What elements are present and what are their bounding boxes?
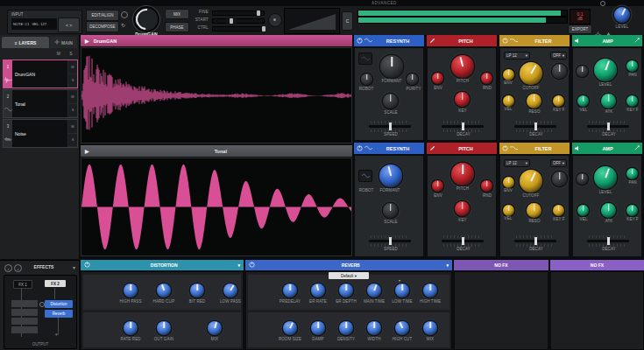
pan-knob[interactable] (626, 168, 638, 179)
scale-knob[interactable] (383, 203, 398, 218)
pitch-rnd-knob[interactable] (481, 73, 492, 84)
power-icon[interactable] (502, 38, 508, 45)
refresh-icon[interactable]: ↻ (121, 23, 125, 28)
errate-knob[interactable] (311, 284, 325, 298)
amp-module-header[interactable]: AMP (572, 143, 642, 154)
export-button[interactable]: EXPORT (568, 24, 592, 34)
power-icon[interactable] (357, 38, 363, 45)
filter-vel-knob[interactable] (503, 95, 514, 107)
drumgan-generate-knob[interactable] (135, 8, 158, 31)
ctrl-slider[interactable] (212, 26, 265, 32)
robot-knob[interactable] (361, 74, 372, 85)
prev-icon[interactable]: ‹ (4, 264, 12, 272)
pitch-decay-slider[interactable] (442, 125, 484, 128)
reverb-fx-header[interactable]: REVERB ▾ (245, 260, 452, 270)
layer-mute-button[interactable]: M (68, 60, 77, 74)
amp-mod-icon[interactable] (634, 38, 640, 44)
dial-icon-button[interactable] (268, 13, 282, 27)
cutoff-knob[interactable] (520, 170, 542, 192)
power-icon[interactable] (249, 262, 255, 269)
amp-keyfollow-knob[interactable] (626, 205, 638, 216)
phase-button[interactable]: PHASE (165, 22, 189, 32)
wave1-header[interactable]: ▶ DrumGAN (81, 35, 352, 46)
cutoff-knob[interactable] (520, 62, 542, 85)
nofx1-header[interactable]: NO FX (454, 260, 548, 270)
distortion-fx-header[interactable]: DISTORTION ▾ (81, 260, 244, 270)
power-icon[interactable] (357, 145, 363, 152)
roomsize-knob[interactable] (283, 321, 297, 335)
lowpass-knob[interactable] (223, 284, 237, 298)
resynth-module-header[interactable]: RESYNTH (354, 35, 424, 46)
start-slider[interactable] (212, 18, 265, 24)
predelay-knob[interactable] (283, 284, 297, 298)
damp-knob[interactable] (311, 321, 325, 335)
drumgan-waveform[interactable] (81, 47, 352, 144)
filter-dist-select[interactable]: OFF▾ (550, 52, 567, 60)
formant-knob[interactable] (380, 55, 403, 78)
ratered-knob[interactable] (124, 321, 138, 335)
decompose-button[interactable]: DECOMPOSE (86, 21, 119, 32)
amp-decay-slider[interactable] (587, 240, 629, 242)
wave2-header[interactable]: ▶ Tonal (81, 145, 352, 157)
filter-module-header[interactable]: FILTER (499, 143, 570, 154)
filter-module-header[interactable]: FILTER (499, 35, 570, 46)
pitch-knob[interactable] (451, 163, 474, 186)
pitch-module-header[interactable]: PITCH (427, 35, 497, 46)
formant-knob[interactable] (379, 164, 402, 187)
amp-mod-icon[interactable] (634, 145, 640, 151)
filter-type-select[interactable]: LP 12▾ (504, 159, 530, 167)
filter-decay-slider[interactable] (514, 125, 556, 128)
outgain-knob[interactable] (157, 321, 171, 335)
fine-slider[interactable] (212, 10, 265, 16)
layer-solo-button[interactable]: S (68, 104, 77, 118)
filter-decay-slider[interactable] (514, 240, 556, 242)
advanced-tab[interactable]: ADVANCED (372, 1, 397, 5)
pitch-rnd-knob[interactable] (481, 180, 492, 192)
mix-knob[interactable] (423, 321, 437, 335)
curve-button[interactable]: C (342, 11, 353, 31)
mix-button[interactable]: MIX (165, 9, 189, 19)
tab-main[interactable]: MAIN (50, 37, 77, 48)
fx-slot-empty[interactable] (11, 318, 38, 325)
note-nav-button[interactable]: < > (58, 18, 80, 32)
pan-knob[interactable] (626, 60, 638, 72)
hightime-knob[interactable] (423, 284, 437, 298)
chevron-down-icon[interactable]: ▾ (73, 264, 75, 270)
filter-vel-knob[interactable] (503, 205, 514, 216)
layer-item-noise[interactable]: 3 Noise M S (3, 119, 78, 148)
tonal-waveform[interactable] (81, 158, 352, 256)
bitred-knob[interactable] (190, 284, 204, 298)
pitch-knob[interactable] (451, 55, 474, 78)
power-icon[interactable] (502, 145, 508, 152)
disabled-knob[interactable] (577, 173, 588, 185)
amp-keyfollow-knob[interactable] (626, 95, 638, 107)
attack-knob[interactable] (601, 94, 616, 108)
amp-module-header[interactable]: AMP (572, 35, 642, 46)
play-icon[interactable]: ▶ (85, 38, 89, 44)
fx-chain-reverb[interactable]: Reverb (45, 310, 73, 318)
filter-env-knob[interactable] (503, 177, 514, 188)
pitch-module-header[interactable]: PITCH (427, 143, 497, 154)
pitch-decay-slider[interactable] (442, 240, 484, 242)
fx-chain-distortion[interactable]: Distortion (45, 300, 73, 308)
drive-knob[interactable] (552, 172, 567, 186)
speed-slider[interactable] (369, 240, 411, 242)
level-knob[interactable] (614, 7, 630, 23)
play-icon[interactable]: ▶ (85, 148, 89, 154)
fx-slot-empty[interactable] (11, 326, 38, 333)
fx-bus-1[interactable]: FX 1 (13, 280, 32, 289)
pitch-key-knob[interactable] (455, 201, 470, 216)
density-knob[interactable] (339, 321, 353, 335)
amp-decay-slider[interactable] (587, 125, 629, 128)
layer-item-drumgan[interactable]: 1 DrumGAN M S (3, 60, 78, 88)
pitch-env-knob[interactable] (432, 180, 443, 192)
reverb-preset-select[interactable]: Default ▾ (329, 272, 369, 279)
filter-keyfollow-knob[interactable] (553, 95, 564, 107)
hardclip-knob[interactable] (157, 284, 171, 298)
resynth-module-header[interactable]: RESYNTH (354, 143, 424, 154)
filter-dist-select[interactable]: OFF▾ (550, 159, 567, 167)
highcut-knob[interactable] (395, 321, 409, 335)
reso-knob[interactable] (527, 203, 541, 218)
attack-knob[interactable] (601, 203, 616, 218)
envelope-display[interactable] (284, 8, 340, 34)
